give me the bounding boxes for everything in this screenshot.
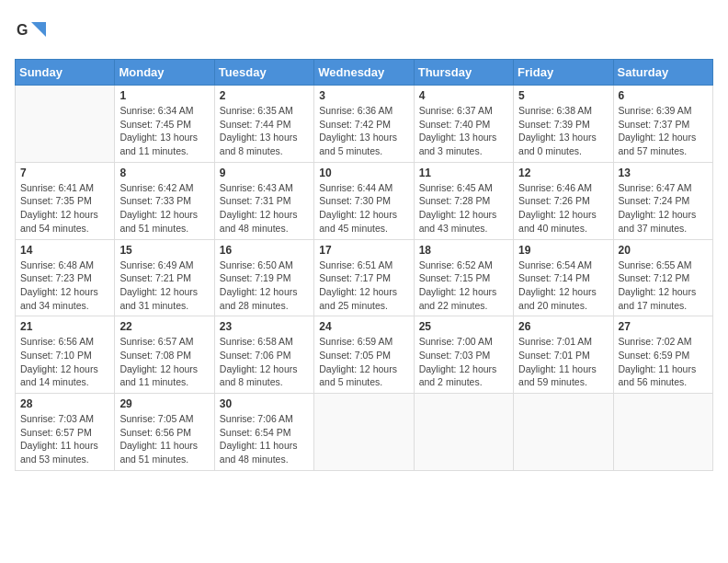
calendar-cell: 18Sunrise: 6:52 AMSunset: 7:15 PMDayligh… (414, 239, 513, 316)
calendar-cell: 11Sunrise: 6:45 AMSunset: 7:28 PMDayligh… (414, 162, 513, 239)
day-number: 16 (220, 244, 309, 257)
day-number: 25 (419, 320, 508, 333)
calendar-cell (613, 394, 712, 471)
day-info: Sunrise: 6:45 AMSunset: 7:28 PMDaylight:… (419, 181, 508, 236)
calendar-cell: 1Sunrise: 6:34 AMSunset: 7:45 PMDaylight… (115, 86, 214, 163)
calendar-cell: 27Sunrise: 7:02 AMSunset: 6:59 PMDayligh… (613, 316, 712, 394)
calendar-cell: 26Sunrise: 7:01 AMSunset: 7:01 PMDayligh… (514, 316, 613, 394)
header-tuesday: Tuesday (214, 60, 313, 86)
day-info: Sunrise: 7:02 AMSunset: 6:59 PMDaylight:… (619, 335, 708, 389)
day-info: Sunrise: 7:01 AMSunset: 7:01 PMDaylight:… (518, 335, 608, 389)
day-number: 8 (119, 167, 209, 179)
week-row-4: 21Sunrise: 6:56 AMSunset: 7:10 PMDayligh… (16, 316, 713, 394)
day-info: Sunrise: 6:48 AMSunset: 7:23 PMDaylight:… (20, 259, 109, 313)
calendar-cell: 28Sunrise: 7:03 AMSunset: 6:57 PMDayligh… (16, 394, 115, 471)
day-number: 10 (319, 167, 408, 179)
day-info: Sunrise: 6:44 AMSunset: 7:30 PMDaylight:… (319, 181, 408, 236)
calendar-cell: 21Sunrise: 6:56 AMSunset: 7:10 PMDayligh… (16, 316, 115, 394)
day-number: 7 (20, 167, 109, 179)
page-header: G (15, 15, 713, 48)
day-info: Sunrise: 6:55 AMSunset: 7:12 PMDaylight:… (619, 259, 708, 313)
calendar-header-row: SundayMondayTuesdayWednesdayThursdayFrid… (16, 60, 713, 86)
day-info: Sunrise: 6:34 AMSunset: 7:45 PMDaylight:… (119, 104, 209, 158)
calendar-cell: 30Sunrise: 7:06 AMSunset: 6:54 PMDayligh… (214, 394, 313, 471)
day-number: 14 (20, 244, 109, 257)
calendar-cell: 4Sunrise: 6:37 AMSunset: 7:40 PMDaylight… (414, 86, 513, 163)
day-number: 23 (220, 320, 309, 333)
calendar-cell: 8Sunrise: 6:42 AMSunset: 7:33 PMDaylight… (115, 162, 214, 239)
day-number: 21 (20, 320, 109, 333)
day-number: 26 (518, 320, 608, 333)
day-info: Sunrise: 6:35 AMSunset: 7:44 PMDaylight:… (220, 104, 309, 158)
week-row-2: 7Sunrise: 6:41 AMSunset: 7:35 PMDaylight… (16, 162, 713, 239)
day-number: 24 (319, 320, 408, 333)
calendar-cell (314, 394, 414, 471)
calendar-cell (16, 86, 115, 163)
header-sunday: Sunday (16, 60, 115, 86)
calendar-cell: 12Sunrise: 6:46 AMSunset: 7:26 PMDayligh… (514, 162, 613, 239)
day-number: 27 (619, 320, 708, 333)
day-info: Sunrise: 6:49 AMSunset: 7:21 PMDaylight:… (119, 259, 209, 313)
day-info: Sunrise: 6:59 AMSunset: 7:05 PMDaylight:… (319, 335, 408, 389)
day-info: Sunrise: 6:46 AMSunset: 7:26 PMDaylight:… (518, 181, 608, 236)
header-thursday: Thursday (414, 60, 513, 86)
calendar-cell: 5Sunrise: 6:38 AMSunset: 7:39 PMDaylight… (514, 86, 613, 163)
header-friday: Friday (514, 60, 613, 86)
calendar-cell: 29Sunrise: 7:05 AMSunset: 6:56 PMDayligh… (115, 394, 214, 471)
day-info: Sunrise: 6:43 AMSunset: 7:31 PMDaylight:… (220, 181, 309, 236)
calendar-cell (414, 394, 513, 471)
calendar-cell: 7Sunrise: 6:41 AMSunset: 7:35 PMDaylight… (16, 162, 115, 239)
calendar-cell: 6Sunrise: 6:39 AMSunset: 7:37 PMDaylight… (613, 86, 712, 163)
calendar-cell: 9Sunrise: 6:43 AMSunset: 7:31 PMDaylight… (214, 162, 313, 239)
day-number: 15 (119, 244, 209, 257)
day-info: Sunrise: 7:00 AMSunset: 7:03 PMDaylight:… (419, 335, 508, 389)
day-number: 20 (619, 244, 708, 257)
week-row-1: 1Sunrise: 6:34 AMSunset: 7:45 PMDaylight… (16, 86, 713, 163)
svg-text:G: G (17, 22, 28, 38)
calendar-cell: 14Sunrise: 6:48 AMSunset: 7:23 PMDayligh… (16, 239, 115, 316)
day-number: 18 (419, 244, 508, 257)
day-info: Sunrise: 6:42 AMSunset: 7:33 PMDaylight:… (119, 181, 209, 236)
week-row-5: 28Sunrise: 7:03 AMSunset: 6:57 PMDayligh… (16, 394, 713, 471)
day-number: 13 (619, 167, 708, 179)
day-number: 22 (119, 320, 209, 333)
day-number: 29 (119, 397, 209, 410)
day-number: 3 (319, 89, 408, 102)
day-info: Sunrise: 6:58 AMSunset: 7:06 PMDaylight:… (220, 335, 309, 389)
day-info: Sunrise: 6:50 AMSunset: 7:19 PMDaylight:… (220, 259, 309, 313)
day-info: Sunrise: 6:39 AMSunset: 7:37 PMDaylight:… (619, 104, 708, 158)
day-number: 1 (119, 89, 209, 102)
calendar-cell: 23Sunrise: 6:58 AMSunset: 7:06 PMDayligh… (214, 316, 313, 394)
day-number: 11 (419, 167, 508, 179)
day-info: Sunrise: 6:51 AMSunset: 7:17 PMDaylight:… (319, 259, 408, 313)
calendar-cell: 15Sunrise: 6:49 AMSunset: 7:21 PMDayligh… (115, 239, 214, 316)
calendar-cell: 13Sunrise: 6:47 AMSunset: 7:24 PMDayligh… (613, 162, 712, 239)
calendar-cell: 24Sunrise: 6:59 AMSunset: 7:05 PMDayligh… (314, 316, 414, 394)
calendar-cell: 10Sunrise: 6:44 AMSunset: 7:30 PMDayligh… (314, 162, 414, 239)
day-number: 19 (518, 244, 608, 257)
day-number: 17 (319, 244, 408, 257)
day-number: 28 (20, 397, 109, 410)
day-info: Sunrise: 6:54 AMSunset: 7:14 PMDaylight:… (518, 259, 608, 313)
calendar-cell: 22Sunrise: 6:57 AMSunset: 7:08 PMDayligh… (115, 316, 214, 394)
day-number: 6 (619, 89, 708, 102)
day-info: Sunrise: 6:38 AMSunset: 7:39 PMDaylight:… (518, 104, 608, 158)
calendar-cell: 25Sunrise: 7:00 AMSunset: 7:03 PMDayligh… (414, 316, 513, 394)
header-wednesday: Wednesday (314, 60, 414, 86)
header-monday: Monday (115, 60, 214, 86)
day-info: Sunrise: 7:06 AMSunset: 6:54 PMDaylight:… (220, 412, 309, 466)
day-info: Sunrise: 7:03 AMSunset: 6:57 PMDaylight:… (20, 412, 109, 466)
calendar-cell: 2Sunrise: 6:35 AMSunset: 7:44 PMDaylight… (214, 86, 313, 163)
calendar-cell: 19Sunrise: 6:54 AMSunset: 7:14 PMDayligh… (514, 239, 613, 316)
day-info: Sunrise: 6:57 AMSunset: 7:08 PMDaylight:… (119, 335, 209, 389)
day-number: 12 (518, 167, 608, 179)
logo-icon: G (15, 15, 48, 48)
day-number: 9 (220, 167, 309, 179)
svg-marker-1 (31, 22, 46, 37)
day-number: 4 (419, 89, 508, 102)
day-info: Sunrise: 6:52 AMSunset: 7:15 PMDaylight:… (419, 259, 508, 313)
day-info: Sunrise: 6:47 AMSunset: 7:24 PMDaylight:… (619, 181, 708, 236)
logo: G (15, 15, 50, 48)
day-info: Sunrise: 6:36 AMSunset: 7:42 PMDaylight:… (319, 104, 408, 158)
day-info: Sunrise: 6:41 AMSunset: 7:35 PMDaylight:… (20, 181, 109, 236)
